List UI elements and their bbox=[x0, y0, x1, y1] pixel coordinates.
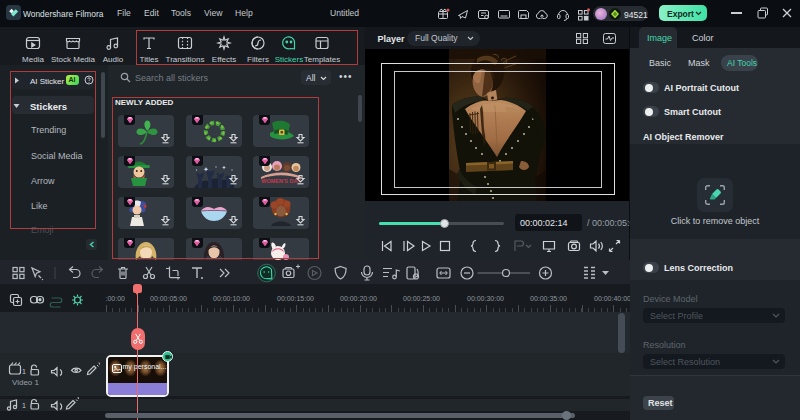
svg-text:1: 1 bbox=[22, 368, 26, 375]
svg-text:1: 1 bbox=[22, 402, 26, 409]
svg-text:Video 1: Video 1 bbox=[12, 378, 40, 387]
